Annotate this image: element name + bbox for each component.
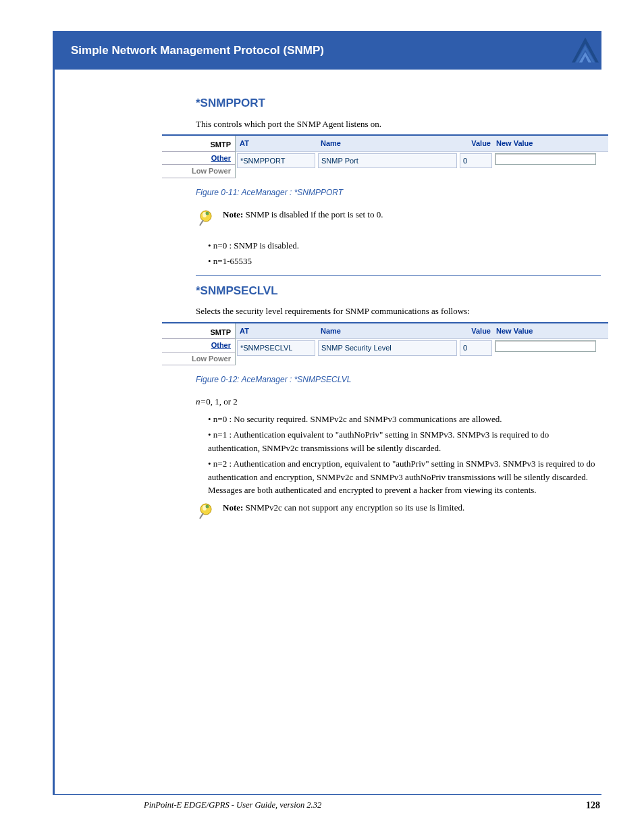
tab-other[interactable]: Other: [162, 152, 235, 165]
tabs-column: SMTP Other Low Power: [162, 136, 235, 178]
col-header-value: Value: [458, 136, 492, 151]
section-heading-snmpseclvl: *SNMPSECLVL: [196, 282, 601, 300]
seclvl-bullet-1: n=1 : Authentication equivalent to "auth…: [208, 428, 601, 454]
figure-caption-snmpport: Figure 0-11: AceManager : *SNMPPORT: [196, 186, 601, 199]
config-grid: AT Name Value New Value *SNMPPORT SNMP P…: [235, 136, 608, 178]
newvalue-input-2[interactable]: [495, 340, 596, 352]
pushpin-icon-2: [196, 501, 216, 525]
col-header-newvalue: New Value: [492, 136, 593, 151]
tab-smtp[interactable]: SMTP: [162, 138, 235, 152]
figure-snmpseclvl: SMTP Other Low Power AT Name Value New V…: [162, 322, 608, 366]
note-body: SNMP is disabled if the port is set to 0…: [246, 209, 383, 219]
nval-italic: n=: [196, 396, 206, 407]
page-footer: PinPoint-E EDGE/GPRS - User Guide, versi…: [53, 794, 601, 811]
snmpseclvl-description: Selects the security level requirements …: [196, 305, 601, 318]
col-header-value-2: Value: [458, 323, 492, 339]
logo-icon: [570, 36, 601, 63]
seclvl-bullet-2: n=2 : Authentication and encryption, equ…: [208, 457, 601, 497]
cell-at: *SNMPPORT: [237, 153, 315, 169]
pushpin-icon: [196, 208, 216, 232]
section-heading-snmpport: *SNMPPORT: [196, 95, 601, 112]
page-title: Simple Network Management Protocol (SNMP…: [71, 44, 324, 57]
cell-name: SNMP Port: [318, 153, 457, 169]
seclvl-bullet-0: n=0 : No security required. SNMPv2c and …: [208, 413, 601, 426]
note-label: Note:: [223, 209, 246, 219]
svg-point-2: [206, 211, 209, 215]
col-header-at: AT: [236, 136, 317, 151]
col-header-name: Name: [317, 136, 458, 151]
snmpport-description: This controls which port the SNMP Agent …: [196, 118, 601, 131]
col-header-newvalue-2: New Value: [492, 323, 593, 339]
nval-rest: 0, 1, or 2: [206, 396, 238, 407]
nval-line: n=0, 1, or 2: [196, 395, 601, 409]
page-header: Simple Network Management Protocol (SNMP…: [53, 31, 601, 70]
grid-header-row: AT Name Value New Value: [236, 136, 608, 151]
tab-smtp-2[interactable]: SMTP: [162, 326, 235, 340]
col-header-at-2: AT: [236, 323, 317, 339]
footer-doc-title: PinPoint-E EDGE/GPRS - User Guide, versi…: [53, 800, 321, 811]
note-label-2: Note:: [223, 502, 246, 513]
config-grid-2: AT Name Value New Value *SNMPSECLVL SNMP…: [235, 323, 608, 366]
snmpport-bullet-1: n=1-65535: [208, 255, 601, 268]
newvalue-input[interactable]: [495, 153, 596, 165]
tab-low-power-2[interactable]: Low Power: [162, 353, 235, 366]
note-block-2: Note: SNMPv2c can not support any encryp…: [196, 501, 601, 525]
note-text: Note: SNMP is disabled if the port is se…: [223, 208, 601, 221]
figure-snmpport: SMTP Other Low Power AT Name Value New V…: [162, 134, 608, 178]
page-content: *SNMPPORT This controls which port the S…: [196, 95, 601, 532]
grid-header-row-2: AT Name Value New Value: [236, 323, 608, 339]
figure-caption-snmpseclvl: Figure 0-12: AceManager : *SNMPSECLVL: [196, 373, 601, 386]
cell-value-2: 0: [460, 340, 492, 356]
grid-data-row-2: *SNMPSECLVL SNMP Security Level 0: [236, 338, 608, 357]
page-left-rule: [53, 31, 55, 794]
cell-at-2: *SNMPSECLVL: [237, 340, 315, 356]
cell-name-2: SNMP Security Level: [318, 340, 457, 356]
tab-low-power[interactable]: Low Power: [162, 165, 235, 178]
tab-other-2[interactable]: Other: [162, 339, 235, 353]
note-body-2: SNMPv2c can not support any encryption s…: [246, 502, 465, 513]
col-header-name-2: Name: [317, 323, 458, 339]
grid-data-row: *SNMPPORT SNMP Port 0: [236, 151, 608, 170]
note-text-2: Note: SNMPv2c can not support any encryp…: [223, 501, 601, 515]
note-block: Note: SNMP is disabled if the port is se…: [196, 208, 601, 232]
section-divider: [196, 275, 601, 276]
brand-logo: [570, 36, 601, 63]
snmpport-bullet-0: n=0 : SNMP is disabled.: [208, 239, 601, 253]
cell-value: 0: [460, 153, 492, 169]
footer-page-number: 128: [586, 800, 601, 811]
svg-point-5: [206, 504, 209, 508]
tabs-column-2: SMTP Other Low Power: [162, 323, 235, 366]
